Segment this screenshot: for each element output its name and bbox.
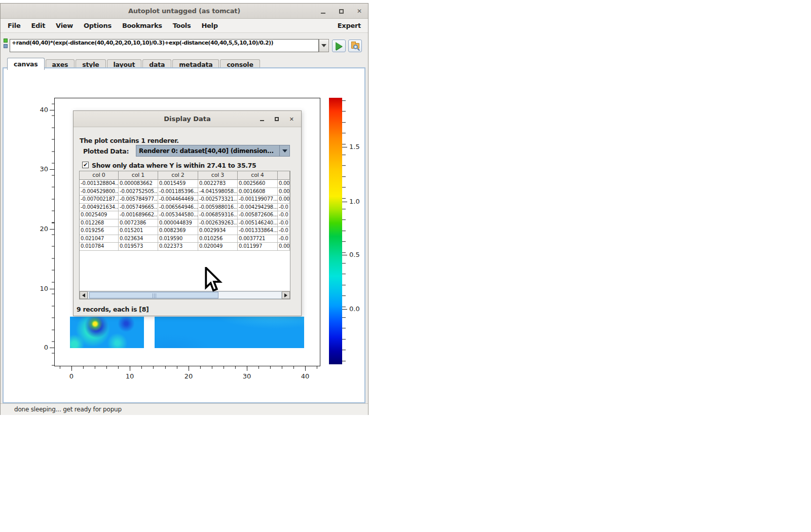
dialog-close-icon[interactable]: ✕ (289, 116, 294, 123)
table-cell[interactable]: -0.0 (278, 227, 290, 235)
table-cell[interactable]: 0.019256 (80, 227, 119, 235)
connection-status-icon (4, 39, 8, 52)
table-cell[interactable]: 0.0016608 (238, 188, 278, 196)
records-count-label: 9 records, each is [8] (77, 306, 149, 313)
menu-item-options[interactable]: Options (84, 22, 112, 29)
filter-checkbox-label[interactable]: Show only data where Y is within 27.41 t… (92, 162, 256, 169)
inspect-uri-button[interactable] (348, 40, 362, 52)
table-cell[interactable]: -0.001333864... (238, 227, 278, 235)
maximize-icon[interactable] (338, 8, 345, 15)
table-row[interactable]: -0.004921634...-0.005749665...-0.0065649… (80, 204, 290, 212)
uri-input[interactable]: +rand(40,40)*(exp(-distance(40,40,20,20,… (10, 39, 319, 52)
table-cell[interactable]: -0.001185396... (158, 188, 198, 196)
filter-checkbox[interactable]: ✔ (82, 162, 89, 168)
table-row[interactable]: 0.0192560.0152010.00823690.0029934-0.001… (80, 227, 290, 235)
table-cell[interactable]: 0.0015459 (158, 180, 198, 188)
table-cell[interactable]: -0.001328804... (80, 180, 119, 188)
table-cell[interactable]: -0.007002187... (80, 196, 119, 204)
table-cell[interactable]: -0.005872606... (238, 211, 278, 219)
table-cell[interactable]: 0.023634 (119, 235, 158, 243)
y-axis-major-tick (50, 348, 54, 348)
dialog-maximize-icon[interactable] (275, 117, 279, 121)
mouse-cursor-icon (204, 267, 223, 292)
table-cell[interactable]: 0.0072386 (119, 219, 158, 227)
table-cell[interactable]: -0.001689662... (119, 211, 158, 219)
table-cell[interactable]: -0.004921634... (80, 204, 119, 212)
table-cell[interactable]: 0.00 (278, 243, 290, 251)
tab-canvas[interactable]: canvas (7, 58, 45, 70)
table-cell[interactable]: -0.006859316... (198, 211, 238, 219)
app-titlebar[interactable]: Autoplot untagged (as tomcat) ✕ (1, 4, 368, 19)
menu-item-tools[interactable]: Tools (173, 22, 191, 29)
table-cell[interactable]: -0.0 (278, 211, 290, 219)
table-row[interactable]: -0.001328804...0.0000836620.00154590.002… (80, 180, 290, 188)
table-row[interactable]: 0.0025409-0.001689662...-0.005344580...-… (80, 211, 290, 219)
scrollbar-thumb[interactable] (89, 292, 218, 298)
table-row[interactable]: 0.0107840.0195730.0223730.0200490.011997… (80, 243, 290, 251)
table-cell[interactable]: 0.000083662 (119, 180, 158, 188)
table-cell[interactable]: 0.020049 (198, 243, 238, 251)
table-cell[interactable]: -0.0 (278, 219, 290, 227)
table-body[interactable]: -0.001328804...0.0000836620.00154590.002… (80, 180, 290, 291)
table-cell[interactable]: -0.005988016... (198, 204, 238, 212)
table-cell[interactable]: -0.005146240... (238, 219, 278, 227)
table-cell[interactable]: -0.001199077... (238, 196, 278, 204)
table-cell[interactable]: 0.019590 (158, 235, 198, 243)
table-cell[interactable]: -0.002639263... (198, 219, 238, 227)
table-cell[interactable]: 0.019573 (119, 243, 158, 251)
table-cell[interactable]: -0.005344580... (158, 211, 198, 219)
table-cell[interactable]: 0.015201 (119, 227, 158, 235)
table-cell[interactable]: 0.0025409 (80, 211, 119, 219)
horizontal-scrollbar[interactable] (80, 291, 290, 299)
table-cell[interactable]: -0.005784977... (119, 196, 158, 204)
plot-go-button[interactable] (332, 40, 346, 52)
table-cell[interactable]: -0.002752505... (119, 188, 158, 196)
menu-item-help[interactable]: Help (201, 22, 217, 29)
table-row[interactable]: 0.0210470.0236340.0195900.0102560.003772… (80, 235, 290, 243)
table-row[interactable]: -0.004529800...-0.002752505...-0.0011853… (80, 188, 290, 196)
table-cell[interactable]: 0.010256 (198, 235, 238, 243)
table-cell[interactable]: -0.004464469... (158, 196, 198, 204)
menu-item-expert[interactable]: Expert (338, 19, 361, 33)
menu-item-file[interactable]: File (8, 22, 20, 29)
table-cell[interactable]: -0.0 (278, 204, 290, 212)
scroll-right-button[interactable] (282, 291, 290, 299)
table-cell[interactable]: -0.004529800... (80, 188, 119, 196)
table-cell[interactable]: 0.0022783 (198, 180, 238, 188)
scrollbar-track[interactable] (88, 291, 282, 299)
menu-item-edit[interactable]: Edit (31, 22, 45, 29)
table-row[interactable]: 0.0122680.00723860.000044839-0.002639263… (80, 219, 290, 227)
table-cell[interactable]: 0.010784 (80, 243, 119, 251)
table-cell[interactable]: 0.00 (278, 180, 290, 188)
table-cell[interactable]: 0.0025660 (238, 180, 278, 188)
table-cell[interactable]: -0.004294298... (238, 204, 278, 212)
plot-canvas[interactable]: 0102030404030201001.51.00.50.0 Display D… (3, 67, 365, 403)
table-cell[interactable]: 0.00 (278, 196, 290, 204)
dialog-titlebar[interactable]: Display Data ✕ (73, 111, 301, 127)
table-cell[interactable]: -0.006564946... (158, 204, 198, 212)
scroll-left-button[interactable] (80, 291, 88, 299)
uri-dropdown-button[interactable] (319, 39, 329, 52)
dialog-minimize-icon[interactable] (260, 117, 264, 121)
combobox-arrow-button[interactable] (279, 145, 289, 156)
table-cell[interactable]: 0.022373 (158, 243, 198, 251)
table-cell[interactable]: -0.005749665... (119, 204, 158, 212)
table-cell[interactable]: 0.00 (278, 188, 290, 196)
folder-icon (351, 43, 359, 49)
plotted-data-combobox[interactable]: Renderer 0: dataset[40,40] (dimension... (136, 145, 290, 157)
table-cell[interactable]: 0.012268 (80, 219, 119, 227)
table-cell[interactable]: 0.011997 (238, 243, 278, 251)
table-cell[interactable]: -0.0 (278, 235, 290, 243)
menu-item-view[interactable]: View (56, 22, 73, 29)
menu-item-bookmarks[interactable]: Bookmarks (122, 22, 162, 29)
table-cell[interactable]: 0.021047 (80, 235, 119, 243)
table-cell[interactable]: -4.041598058... (198, 188, 238, 196)
table-cell[interactable]: 0.0029934 (198, 227, 238, 235)
table-row[interactable]: -0.007002187...-0.005784977...-0.0044644… (80, 196, 290, 204)
table-cell[interactable]: 0.0037721 (238, 235, 278, 243)
close-icon[interactable]: ✕ (356, 8, 363, 15)
minimize-icon[interactable] (319, 8, 326, 15)
table-cell[interactable]: -0.002573321... (198, 196, 238, 204)
table-cell[interactable]: 0.0082369 (158, 227, 198, 235)
table-cell[interactable]: 0.000044839 (158, 219, 198, 227)
